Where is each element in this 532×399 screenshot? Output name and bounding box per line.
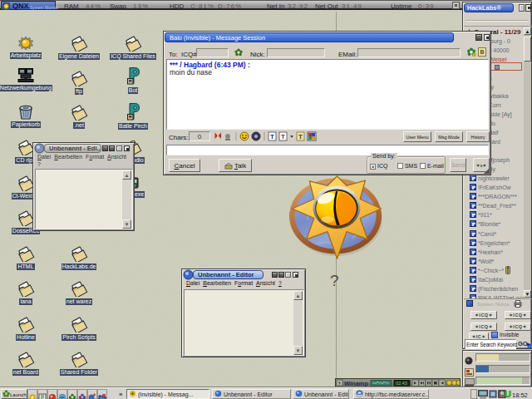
svg-text:T: T (270, 133, 274, 140)
svg-text:T: T (281, 133, 285, 140)
svg-text:02:43: 02:43 (396, 381, 407, 386)
svg-text:T: T (298, 133, 303, 140)
svg-text:Winamp: Winamp (344, 380, 369, 387)
